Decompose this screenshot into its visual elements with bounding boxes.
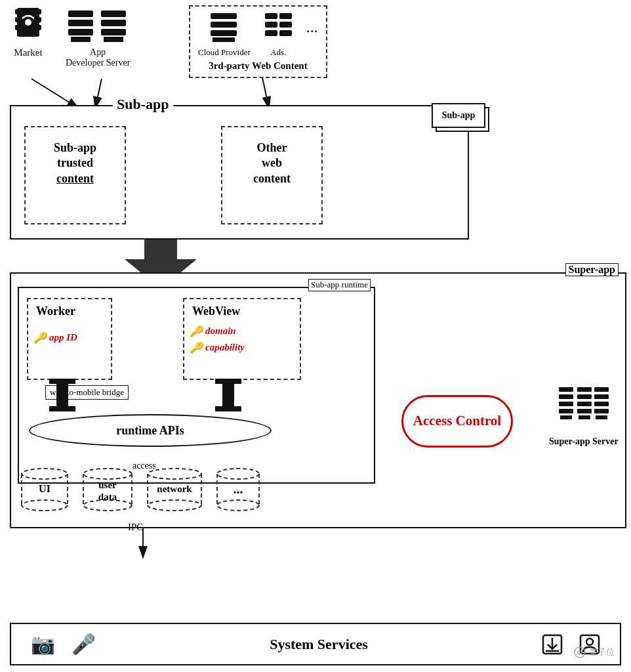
ui-cylinder-icon: UI <box>19 467 70 514</box>
cloud-provider-label: Cloud Provider <box>198 47 251 58</box>
svg-rect-24 <box>101 29 126 35</box>
svg-rect-35 <box>279 30 292 36</box>
svg-rect-47 <box>594 394 609 399</box>
domain-item: 🔑 domain <box>184 325 300 337</box>
third-party-box: Cloud Provider Ads. ... 3rd-party Web Co… <box>189 5 327 78</box>
camera-icon: 📷 <box>31 633 55 656</box>
subapp-tab: Sub-app <box>432 103 485 128</box>
ipc-label: IPC <box>128 522 143 533</box>
system-services-bar: 📷 🎤 System Services <box>10 623 621 665</box>
key-icon-appid: 🔑 <box>33 331 47 344</box>
svg-rect-19 <box>68 20 93 26</box>
superapp-server-group: Super-app Server <box>549 385 619 447</box>
svg-rect-32 <box>265 22 277 28</box>
svg-rect-39 <box>559 409 573 413</box>
resources-row: UI user data <box>19 467 262 517</box>
other-web-label: Otherwebcontent <box>222 127 321 186</box>
svg-rect-26 <box>211 13 237 19</box>
svg-text:...: ... <box>234 482 243 496</box>
subapp-label: Sub-app <box>113 96 173 113</box>
svg-text:network: network <box>157 484 192 494</box>
cloud-provider-icon <box>209 12 239 45</box>
svg-rect-44 <box>577 409 592 413</box>
runtime-box: Sub-app runtime Worker 🔑 app ID WebView … <box>18 287 375 484</box>
svg-rect-28 <box>211 30 237 36</box>
svg-line-3 <box>31 79 79 108</box>
network-cylinder-icon: network <box>145 467 204 514</box>
dots-cylinder-icon: ... <box>214 467 262 514</box>
svg-text:data: data <box>98 492 117 502</box>
connector-left-bot <box>49 406 75 411</box>
svg-rect-41 <box>577 387 592 392</box>
third-party-dots: ... <box>306 12 318 36</box>
ui-resource: UI <box>19 467 70 517</box>
superapp-outer-box: Super-app Sub-app runtime Worker 🔑 app I… <box>10 272 626 528</box>
svg-rect-37 <box>559 394 573 399</box>
svg-point-51 <box>22 469 68 479</box>
svg-point-77 <box>575 647 585 658</box>
microphone-icon: 🎤 <box>71 633 96 656</box>
access-control-oval: Access Control <box>401 395 513 448</box>
superapp-label: Super-app <box>565 263 619 276</box>
svg-rect-50 <box>596 415 607 419</box>
market-label: Market <box>12 47 45 58</box>
download-icon <box>542 634 563 655</box>
market-group: Market <box>12 8 45 58</box>
key-icon-capability: 🔑 <box>190 341 203 354</box>
svg-rect-34 <box>265 30 277 36</box>
svg-rect-36 <box>559 387 573 392</box>
userdata-cylinder-icon: user data <box>81 467 134 514</box>
worker-label: Worker <box>28 299 111 318</box>
svg-rect-30 <box>265 13 277 19</box>
superapp-server-icon <box>558 385 610 431</box>
svg-point-62 <box>148 469 201 479</box>
webview-box: WebView 🔑 domain 🔑 capability <box>183 298 301 380</box>
subapp-outer-box: Sub-app Sub-apptrustedcontent Otherwebco… <box>10 105 469 240</box>
capability-item: 🔑 capability <box>184 341 300 354</box>
capability-label: capability <box>205 342 245 353</box>
userdata-resource: user data <box>81 467 134 517</box>
svg-rect-40 <box>560 415 572 419</box>
svg-rect-38 <box>559 402 573 406</box>
svg-rect-21 <box>71 37 91 42</box>
app-dev-group: AppDeveloper Server <box>66 8 130 68</box>
svg-rect-20 <box>68 29 93 35</box>
connector-right-bot <box>215 406 241 411</box>
cloud-provider-group: Cloud Provider <box>198 12 251 58</box>
svg-rect-42 <box>577 394 592 399</box>
svg-rect-18 <box>68 10 93 17</box>
svg-point-65 <box>148 500 201 511</box>
app-dev-icon <box>67 8 129 45</box>
app-id-item: 🔑 app ID <box>28 331 111 344</box>
svg-rect-23 <box>101 20 126 26</box>
svg-point-17 <box>25 19 31 26</box>
trusted-content-label: Sub-apptrustedcontent <box>26 127 125 186</box>
svg-rect-43 <box>577 402 592 406</box>
webview-label: WebView <box>184 299 300 318</box>
superapp-server-label: Super-app Server <box>549 436 619 447</box>
third-party-label: 3rd-party Web Content <box>198 60 318 72</box>
ads-icon <box>264 12 293 45</box>
connector-left-top <box>49 379 75 384</box>
market-icon <box>12 8 45 45</box>
domain-label: domain <box>205 326 236 337</box>
svg-point-76 <box>586 639 593 645</box>
svg-rect-29 <box>213 37 235 42</box>
app-id-label: app ID <box>49 332 77 343</box>
svg-line-5 <box>262 77 269 108</box>
svg-point-70 <box>217 500 259 511</box>
svg-rect-49 <box>594 409 609 413</box>
svg-rect-48 <box>594 402 609 406</box>
diagram-container: Market AppDeveloper Server <box>0 0 631 672</box>
svg-rect-27 <box>211 22 237 28</box>
svg-rect-46 <box>594 387 609 392</box>
app-dev-label: AppDeveloper Server <box>66 47 130 68</box>
svg-point-54 <box>22 500 68 511</box>
runtime-label: Sub-app runtime <box>308 279 371 291</box>
svg-point-67 <box>217 469 259 479</box>
svg-rect-31 <box>279 13 292 19</box>
svg-rect-33 <box>279 22 292 28</box>
network-resource: network <box>145 467 204 517</box>
watermark: 量子位 <box>573 646 615 659</box>
svg-line-4 <box>95 79 102 108</box>
